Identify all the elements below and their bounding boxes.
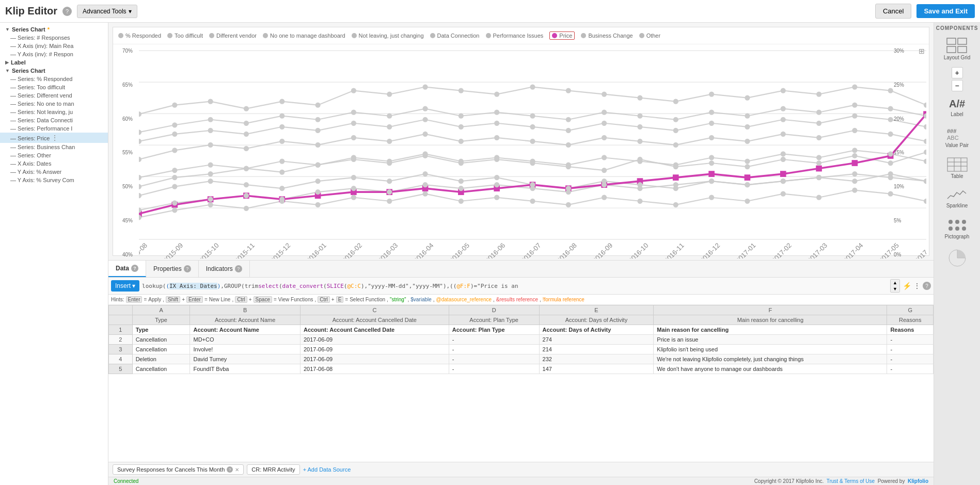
properties-tab-help-icon[interactable]: ? [184, 265, 191, 272]
datasource-tab[interactable]: Survey Responses for Cancels This Month … [113, 464, 244, 475]
component-sparkline[interactable]: Sparkline [944, 186, 971, 211]
svg-point-184 [709, 121, 714, 126]
sparkline-icon [946, 188, 967, 201]
legend-item: Business Change [581, 31, 633, 40]
component-table[interactable]: Table [944, 155, 970, 182]
save-exit-button[interactable]: Save and Exit [916, 4, 975, 18]
tree-item[interactable]: — Series: Data Connecti [0, 116, 108, 124]
tree-item[interactable]: — Series: Different vend [0, 91, 108, 100]
svg-rect-48 [780, 171, 786, 177]
tab-properties[interactable]: Properties ? [146, 261, 199, 277]
tab-data[interactable]: Data ? [108, 261, 146, 277]
value-pair-label: Value Pair [945, 142, 969, 148]
svg-point-180 [566, 128, 571, 133]
indicators-tab-help-icon[interactable]: ? [235, 265, 242, 272]
tree-item[interactable]: — Series: Business Chan [0, 143, 108, 151]
svg-point-75 [924, 150, 926, 155]
component-tree: ▼ Series Chart *— Series: # Responses— X… [0, 23, 108, 485]
svg-point-147 [208, 142, 213, 148]
svg-point-83 [387, 91, 392, 96]
svg-point-198 [387, 158, 392, 164]
svg-point-103 [279, 186, 284, 191]
svg-point-222 [422, 191, 428, 197]
component-pie[interactable] [945, 246, 969, 270]
tree-item[interactable]: — Series: Too difficult [0, 83, 108, 91]
cancel-button[interactable]: Cancel [875, 4, 911, 19]
tree-item[interactable]: — Y Axis: % Survey Com [0, 176, 108, 184]
formula-input[interactable]: lookup((IX Axis: Dates),GROUP(trimselect… [142, 283, 888, 289]
legend-dot [209, 33, 214, 38]
svg-point-158 [602, 135, 607, 140]
formula-more-button[interactable]: ⋮ [913, 282, 921, 290]
header-help-icon[interactable]: ? [62, 7, 72, 16]
tree-item[interactable]: — Y Axis: % Answer [0, 168, 108, 176]
datasource-tab[interactable]: CR: MRR Activity [247, 464, 299, 475]
formula-bar: Insert ▾ lookup((IX Axis: Dates),GROUP(t… [108, 278, 934, 295]
svg-point-190 [924, 124, 926, 130]
svg-point-91 [673, 99, 678, 104]
svg-point-226 [566, 202, 571, 207]
header: Klip Editor ? Advanced Tools ▾ Cancel Sa… [0, 0, 980, 23]
tree-item[interactable]: — X Axis: Dates [0, 159, 108, 168]
svg-point-82 [351, 88, 356, 93]
tree-item[interactable]: — Series: Performance I [0, 124, 108, 133]
svg-text:2016-03: 2016-03 [376, 241, 399, 258]
add-datasource-button[interactable]: + Add Data Source [303, 466, 351, 473]
formula-scroll-down[interactable]: ▼ [891, 286, 899, 292]
svg-text:2016-02: 2016-02 [341, 241, 363, 258]
svg-point-88 [566, 88, 571, 93]
svg-point-94 [781, 88, 786, 93]
svg-point-81 [315, 103, 321, 108]
svg-point-236 [924, 199, 926, 204]
svg-point-250 [602, 110, 607, 115]
tree-item[interactable]: ▶ Label [0, 58, 108, 67]
svg-point-76 [139, 111, 141, 117]
svg-text:2016-08: 2016-08 [555, 241, 578, 258]
svg-point-129 [387, 189, 392, 195]
zoom-in-button[interactable]: + [952, 67, 963, 78]
ds-close-icon[interactable]: ✕ [235, 467, 239, 473]
zoom-out-button[interactable]: − [952, 80, 963, 91]
component-layout-grid[interactable]: Layout Grid [941, 35, 973, 63]
tree-item[interactable]: — Series: Not leaving, ju [0, 108, 108, 116]
svg-point-183 [673, 128, 678, 133]
legend-item: Not leaving, just changing [352, 31, 424, 40]
svg-point-201 [494, 155, 499, 160]
tree-item[interactable]: — X Axis (inv): Main Rea [0, 42, 108, 50]
tree-item[interactable]: — Series: Other [0, 151, 108, 159]
zoom-controls: + − [952, 67, 963, 91]
svg-rect-266 [947, 158, 967, 171]
svg-point-187 [816, 121, 821, 126]
tree-item[interactable]: — Series: No one to man [0, 100, 108, 108]
component-value-pair[interactable]: ### ABC Value Pair [943, 124, 971, 151]
col-header: Account: Plan Type [449, 315, 539, 325]
tree-item[interactable]: — Series: Price ⋮ [0, 133, 108, 143]
col-letter-header: F [654, 305, 887, 315]
svg-point-230 [709, 195, 714, 200]
formula-lightning-button[interactable]: ⚡ [903, 282, 911, 290]
ds-help-icon[interactable]: ? [227, 466, 233, 473]
svg-point-248 [530, 114, 535, 119]
y-axis-label: 30% [894, 48, 910, 54]
data-tab-help-icon[interactable]: ? [131, 265, 138, 272]
col-header: Account: Account Name [190, 315, 300, 325]
svg-point-169 [172, 132, 177, 137]
formula-scroll-up[interactable]: ▲ [891, 280, 899, 286]
tree-item[interactable]: ▼ Series Chart [0, 67, 108, 75]
tree-item[interactable]: ▼ Series Chart * [0, 25, 108, 34]
tab-indicators[interactable]: Indicators ? [199, 261, 250, 277]
component-pictograph[interactable]: Pictograph [942, 215, 972, 242]
tree-item[interactable]: — Series: # Responses [0, 34, 108, 42]
tree-item[interactable]: — Y Axis (inv): # Respon [0, 50, 108, 58]
table-icon [947, 157, 968, 172]
trust-link[interactable]: Trust & Terms of Use [827, 478, 875, 484]
svg-point-165 [852, 128, 857, 133]
svg-point-228 [637, 199, 642, 204]
tree-item[interactable]: — Series: % Responded [0, 75, 108, 83]
advanced-tools-button[interactable]: Advanced Tools ▾ [77, 5, 137, 18]
formula-help-button[interactable]: ? [923, 282, 931, 290]
legend-dot [486, 33, 491, 38]
svg-point-274 [949, 227, 953, 231]
insert-button[interactable]: Insert ▾ [111, 280, 139, 292]
component-label[interactable]: A/# Label [946, 95, 968, 120]
